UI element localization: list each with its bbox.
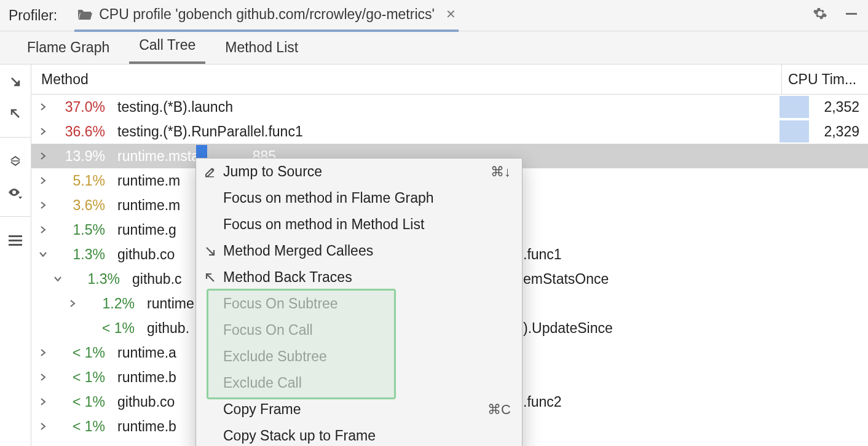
- svg-rect-1: [11, 160, 20, 162]
- arrow-up-left-icon[interactable]: [6, 104, 25, 123]
- chevron-right-icon[interactable]: [36, 103, 50, 111]
- subtabs-bar: Flame Graph Call Tree Method List: [0, 31, 868, 65]
- collapse-icon[interactable]: [6, 151, 25, 171]
- profiler-label: Profiler:: [9, 7, 57, 24]
- cpu-time-cell: 2,329: [779, 119, 868, 144]
- percent-value: 37.0%: [50, 99, 105, 115]
- menu-label: Exclude Call: [219, 375, 511, 391]
- tree-row[interactable]: 37.0%testing.(*B).launch2,352: [31, 95, 868, 119]
- chevron-down-icon[interactable]: [51, 275, 65, 283]
- cpu-value: 2,329: [824, 123, 859, 140]
- percent-value: 1.5%: [50, 222, 105, 238]
- context-menu: Jump to Source ⌘↓ Focus on method in Fla…: [195, 158, 523, 446]
- document-tab[interactable]: CPU profile 'gobench github.com/rcrowley…: [74, 0, 459, 32]
- method-name: runtime.m: [117, 173, 196, 189]
- document-title: CPU profile 'gobench github.com/rcrowley…: [99, 6, 435, 23]
- chevron-right-icon[interactable]: [36, 373, 50, 381]
- chevron-right-icon[interactable]: [36, 201, 50, 209]
- column-header-cpu-time[interactable]: CPU Tim...: [781, 65, 868, 94]
- menu-jump-to-source[interactable]: Jump to Source ⌘↓: [196, 158, 522, 185]
- method-name: testing.(*B).RunParallel.func1: [117, 123, 779, 140]
- gutter-divider: [0, 137, 31, 138]
- method-name-suffix: .func1: [522, 246, 568, 263]
- method-name: github.c: [132, 271, 196, 288]
- percent-value: 13.9%: [50, 148, 105, 165]
- arrow-down-right-icon[interactable]: [6, 72, 25, 92]
- method-name: github.co: [117, 394, 196, 410]
- menu-label: Focus on method in Method List: [219, 216, 511, 233]
- percent-value: 3.6%: [50, 197, 105, 214]
- method-name: github.co: [117, 246, 196, 263]
- gutter-divider-2: [0, 216, 31, 217]
- menu-label: Exclude Subtree: [219, 348, 511, 365]
- minimize-icon[interactable]: [845, 7, 858, 24]
- menu-focus-flame-graph[interactable]: Focus on method in Flame Graph: [196, 185, 522, 211]
- menu-lines-icon[interactable]: [6, 230, 25, 250]
- cpu-time-cell: 2,352: [779, 95, 868, 119]
- method-name: runtime.b: [117, 369, 196, 386]
- menu-exclude-call[interactable]: Exclude Call: [196, 370, 522, 396]
- method-name: runtime.mstart: [117, 148, 196, 165]
- chevron-right-icon[interactable]: [36, 422, 50, 431]
- percent-value: 1.3%: [50, 246, 105, 263]
- menu-focus-call[interactable]: Focus On Call: [196, 317, 522, 343]
- menu-label: Focus On Call: [219, 322, 511, 338]
- method-name: runtime: [147, 295, 196, 312]
- folder-open-icon: [77, 7, 93, 21]
- chevron-right-icon[interactable]: [36, 176, 50, 185]
- menu-copy-stack[interactable]: Copy Stack up to Frame: [196, 423, 522, 446]
- method-name: runtime.b: [117, 418, 196, 435]
- menu-label: Jump to Source: [219, 163, 491, 180]
- method-name: github.: [147, 320, 196, 337]
- menu-label: Focus On Subtree: [219, 295, 511, 312]
- chevron-right-icon[interactable]: [36, 225, 50, 234]
- percent-value: < 1%: [79, 320, 135, 337]
- menu-shortcut: ⌘↓: [491, 164, 511, 180]
- cpu-value: 2,352: [824, 99, 859, 115]
- menu-label: Method Merged Callees: [219, 243, 511, 259]
- chevron-down-icon[interactable]: [36, 251, 50, 258]
- chevron-right-icon[interactable]: [66, 299, 79, 308]
- tab-method-list[interactable]: Method List: [215, 31, 308, 64]
- tree-row[interactable]: 36.6%testing.(*B).RunParallel.func12,329: [31, 119, 868, 144]
- menu-focus-subtree[interactable]: Focus On Subtree: [196, 291, 522, 317]
- cpu-bar: [779, 120, 809, 143]
- menu-focus-method-list[interactable]: Focus on method in Method List: [196, 211, 522, 238]
- percent-value: < 1%: [50, 369, 105, 386]
- svg-rect-0: [846, 13, 857, 15]
- menu-back-traces[interactable]: Method Back Traces: [196, 264, 522, 291]
- menu-exclude-subtree[interactable]: Exclude Subtree: [196, 343, 522, 370]
- cpu-bar: [779, 96, 809, 118]
- percent-value: 1.3%: [65, 271, 120, 288]
- menu-label: Method Back Traces: [219, 269, 511, 286]
- menu-copy-frame[interactable]: Copy Frame ⌘C: [196, 396, 522, 423]
- method-name-suffix: emStatsOnce: [522, 271, 615, 288]
- menu-label: Focus on method in Flame Graph: [219, 190, 511, 206]
- svg-rect-4: [9, 240, 22, 241]
- percent-value: < 1%: [50, 418, 105, 435]
- tab-flame-graph[interactable]: Flame Graph: [17, 31, 119, 64]
- svg-rect-5: [9, 244, 22, 246]
- close-icon[interactable]: ✕: [446, 7, 456, 22]
- eye-settings-icon[interactable]: [6, 183, 25, 203]
- svg-marker-2: [18, 197, 22, 199]
- column-header-method[interactable]: Method: [31, 71, 781, 88]
- gutter-toolbar: [0, 65, 31, 446]
- method-name: runtime.g: [117, 222, 196, 238]
- percent-value: 5.1%: [50, 173, 105, 189]
- method-name: runtime.a: [117, 345, 196, 361]
- tab-call-tree[interactable]: Call Tree: [129, 29, 205, 64]
- chevron-right-icon[interactable]: [36, 152, 50, 160]
- chevron-right-icon[interactable]: [36, 348, 50, 357]
- menu-merged-callees[interactable]: Method Merged Callees: [196, 238, 522, 264]
- method-name-suffix: .func2: [522, 394, 568, 410]
- tree-header-row: Method CPU Tim...: [31, 65, 868, 95]
- menu-label: Copy Frame: [219, 401, 487, 418]
- percent-value: < 1%: [50, 345, 105, 361]
- arrow-down-right-icon: [201, 246, 219, 257]
- menu-shortcut: ⌘C: [487, 402, 511, 418]
- gear-icon[interactable]: [813, 6, 827, 25]
- method-name: testing.(*B).launch: [117, 99, 779, 115]
- chevron-right-icon[interactable]: [36, 127, 50, 136]
- chevron-right-icon[interactable]: [36, 397, 50, 406]
